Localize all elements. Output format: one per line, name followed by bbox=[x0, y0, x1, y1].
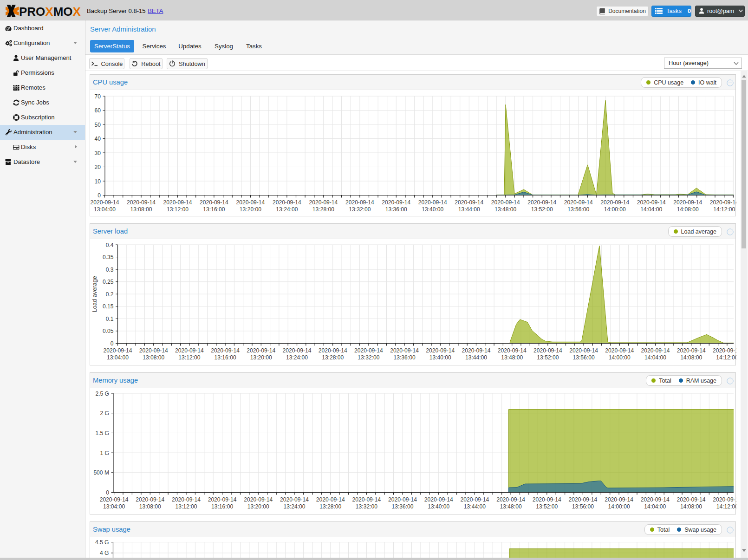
svg-text:50: 50 bbox=[95, 122, 101, 128]
svg-text:2020-09-14: 2020-09-14 bbox=[382, 199, 410, 206]
svg-text:0.25: 0.25 bbox=[103, 279, 114, 285]
svg-text:14:04:00: 14:04:00 bbox=[640, 206, 662, 213]
svg-text:13:28:00: 13:28:00 bbox=[312, 206, 334, 213]
svg-text:2020-09-14: 2020-09-14 bbox=[127, 199, 156, 206]
svg-text:2020-09-14: 2020-09-14 bbox=[637, 199, 666, 206]
svg-text:2020-09-14: 2020-09-14 bbox=[677, 496, 706, 503]
svg-text:2020-09-14: 2020-09-14 bbox=[388, 496, 417, 503]
svg-text:0.05: 0.05 bbox=[103, 328, 114, 334]
svg-text:2020-09-14: 2020-09-14 bbox=[273, 199, 301, 206]
svg-text:2020-09-14: 2020-09-14 bbox=[163, 199, 192, 206]
svg-text:14:04:00: 14:04:00 bbox=[644, 354, 666, 361]
svg-text:13:48:00: 13:48:00 bbox=[500, 503, 522, 510]
svg-text:40: 40 bbox=[95, 136, 101, 142]
svg-text:0.2: 0.2 bbox=[106, 291, 114, 298]
svg-text:2020-09-14: 2020-09-14 bbox=[424, 496, 453, 503]
svg-text:2020-09-14: 2020-09-14 bbox=[713, 347, 736, 354]
svg-text:0: 0 bbox=[98, 192, 101, 199]
svg-text:2020-09-14: 2020-09-14 bbox=[460, 496, 489, 503]
svg-text:13:16:00: 13:16:00 bbox=[211, 503, 233, 510]
svg-text:0.1: 0.1 bbox=[106, 316, 114, 322]
svg-text:13:52:00: 13:52:00 bbox=[537, 354, 559, 361]
svg-text:13:12:00: 13:12:00 bbox=[175, 503, 197, 510]
svg-text:13:20:00: 13:20:00 bbox=[247, 503, 269, 510]
svg-text:2020-09-14: 2020-09-14 bbox=[426, 347, 455, 354]
svg-text:13:56:00: 13:56:00 bbox=[572, 503, 594, 510]
svg-text:2020-09-14: 2020-09-14 bbox=[641, 496, 670, 503]
svg-text:0: 0 bbox=[111, 340, 114, 347]
svg-text:2020-09-14: 2020-09-14 bbox=[713, 496, 736, 503]
svg-text:13:56:00: 13:56:00 bbox=[567, 206, 589, 213]
svg-text:2020-09-14: 2020-09-14 bbox=[418, 199, 447, 206]
svg-text:2020-09-14: 2020-09-14 bbox=[309, 199, 338, 206]
svg-text:13:44:00: 13:44:00 bbox=[465, 354, 487, 361]
svg-text:2020-09-14: 2020-09-14 bbox=[100, 496, 129, 503]
svg-text:13:36:00: 13:36:00 bbox=[385, 206, 407, 213]
svg-text:2020-09-14: 2020-09-14 bbox=[569, 347, 598, 354]
svg-text:2020-09-14: 2020-09-14 bbox=[498, 347, 527, 354]
svg-text:13:08:00: 13:08:00 bbox=[130, 206, 152, 213]
svg-text:13:20:00: 13:20:00 bbox=[250, 354, 272, 361]
svg-text:13:44:00: 13:44:00 bbox=[458, 206, 480, 213]
svg-text:2020-09-14: 2020-09-14 bbox=[564, 199, 593, 206]
svg-text:2020-09-14: 2020-09-14 bbox=[390, 347, 419, 354]
svg-text:4.5 G: 4.5 G bbox=[95, 539, 109, 546]
svg-text:30: 30 bbox=[95, 150, 101, 156]
svg-text:2020-09-14: 2020-09-14 bbox=[345, 199, 374, 206]
svg-text:0.15: 0.15 bbox=[103, 303, 114, 310]
svg-text:2020-09-14: 2020-09-14 bbox=[247, 347, 275, 354]
svg-text:13:24:00: 13:24:00 bbox=[283, 503, 305, 510]
svg-text:2020-09-14: 2020-09-14 bbox=[319, 347, 347, 354]
svg-text:1.5 G: 1.5 G bbox=[95, 430, 109, 436]
svg-text:13:56:00: 13:56:00 bbox=[573, 354, 595, 361]
svg-text:2020-09-14: 2020-09-14 bbox=[527, 199, 556, 206]
svg-text:2020-09-14: 2020-09-14 bbox=[605, 496, 633, 503]
svg-text:14:04:00: 14:04:00 bbox=[644, 503, 666, 510]
svg-text:2020-09-14: 2020-09-14 bbox=[462, 347, 491, 354]
svg-text:2020-09-14: 2020-09-14 bbox=[673, 199, 702, 206]
svg-text:1 G: 1 G bbox=[100, 450, 110, 456]
svg-text:Load average: Load average bbox=[91, 276, 98, 312]
svg-text:13:16:00: 13:16:00 bbox=[215, 354, 236, 361]
svg-text:13:12:00: 13:12:00 bbox=[167, 206, 189, 213]
svg-text:2020-09-14: 2020-09-14 bbox=[200, 199, 228, 206]
svg-text:0.35: 0.35 bbox=[103, 254, 114, 260]
svg-text:13:48:00: 13:48:00 bbox=[494, 206, 516, 213]
svg-text:14:00:00: 14:00:00 bbox=[609, 354, 631, 361]
svg-text:13:04:00: 13:04:00 bbox=[94, 206, 116, 213]
svg-text:2020-09-14: 2020-09-14 bbox=[211, 347, 240, 354]
svg-text:13:36:00: 13:36:00 bbox=[391, 503, 413, 510]
svg-text:13:40:00: 13:40:00 bbox=[428, 503, 449, 510]
svg-text:13:32:00: 13:32:00 bbox=[349, 206, 371, 213]
svg-text:2020-09-14: 2020-09-14 bbox=[172, 496, 201, 503]
svg-text:2020-09-14: 2020-09-14 bbox=[710, 199, 736, 206]
svg-text:4 G: 4 G bbox=[100, 550, 109, 556]
svg-text:14:08:00: 14:08:00 bbox=[677, 206, 699, 213]
svg-text:2020-09-14: 2020-09-14 bbox=[175, 347, 204, 354]
svg-text:13:28:00: 13:28:00 bbox=[319, 503, 341, 510]
svg-text:2020-09-14: 2020-09-14 bbox=[139, 347, 168, 354]
svg-text:13:40:00: 13:40:00 bbox=[429, 354, 451, 361]
svg-text:13:12:00: 13:12:00 bbox=[178, 354, 200, 361]
svg-text:14:12:00: 14:12:00 bbox=[716, 354, 736, 361]
svg-text:2020-09-14: 2020-09-14 bbox=[208, 496, 237, 503]
svg-text:14:12:00: 14:12:00 bbox=[716, 503, 736, 510]
svg-text:2020-09-14: 2020-09-14 bbox=[136, 496, 164, 503]
svg-text:2020-09-14: 2020-09-14 bbox=[641, 347, 670, 354]
svg-text:13:08:00: 13:08:00 bbox=[139, 503, 161, 510]
svg-text:13:24:00: 13:24:00 bbox=[276, 206, 298, 213]
svg-text:13:32:00: 13:32:00 bbox=[358, 354, 379, 361]
svg-text:14:08:00: 14:08:00 bbox=[680, 354, 702, 361]
svg-text:13:32:00: 13:32:00 bbox=[356, 503, 377, 510]
svg-text:13:04:00: 13:04:00 bbox=[103, 503, 125, 510]
svg-text:2020-09-14: 2020-09-14 bbox=[316, 496, 345, 503]
svg-text:0.4: 0.4 bbox=[106, 242, 114, 248]
svg-text:60: 60 bbox=[95, 107, 101, 114]
svg-text:2020-09-14: 2020-09-14 bbox=[354, 347, 383, 354]
svg-text:2020-09-14: 2020-09-14 bbox=[455, 199, 483, 206]
svg-text:14:12:00: 14:12:00 bbox=[713, 206, 735, 213]
svg-text:2020-09-14: 2020-09-14 bbox=[104, 347, 132, 354]
svg-text:13:52:00: 13:52:00 bbox=[531, 206, 553, 213]
svg-text:13:48:00: 13:48:00 bbox=[501, 354, 523, 361]
svg-text:0.3: 0.3 bbox=[106, 267, 114, 273]
